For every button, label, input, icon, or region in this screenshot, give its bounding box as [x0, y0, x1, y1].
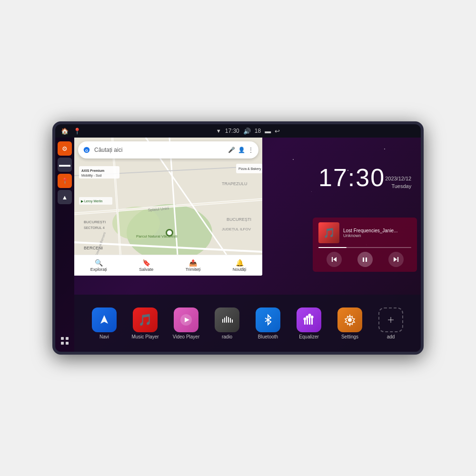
music-progress-bar[interactable]	[318, 247, 411, 248]
svg-rect-42	[366, 258, 367, 262]
music-player-icon: 🎵	[133, 307, 158, 332]
main-area: ⚙ ▬▬ 📍 ▲	[55, 138, 421, 352]
status-bar: 🏠 📍 ▼ 17:30 🔊 18 ▬ ↩	[55, 124, 421, 138]
add-icon	[378, 307, 403, 332]
svg-rect-59	[311, 318, 313, 325]
bluetooth-icon	[256, 307, 280, 332]
clock-display: 17:30	[318, 165, 385, 190]
back-icon[interactable]: ↩	[275, 128, 280, 135]
settings-icon	[337, 307, 362, 332]
progress-fill	[318, 247, 347, 248]
svg-rect-51	[228, 317, 229, 323]
svg-text:AXIS Premium: AXIS Premium	[81, 169, 104, 172]
sidebar-nav-icon[interactable]: ▲	[58, 190, 72, 204]
app-item-equalizer[interactable]: Equalizer	[292, 307, 326, 339]
add-label: add	[387, 334, 395, 339]
voice-search-icon[interactable]: 🎤	[228, 147, 235, 153]
sidebar-folder-icon[interactable]: ▬▬	[58, 158, 72, 172]
saved-icon: 🔖	[142, 259, 150, 267]
radio-label: radio	[222, 334, 232, 339]
music-controls	[318, 252, 411, 267]
maps-icon[interactable]: 📍	[73, 128, 81, 135]
svg-rect-56	[304, 320, 306, 325]
svg-text:JUDEȚUL ILFOV: JUDEȚUL ILFOV	[222, 227, 251, 231]
svg-rect-44	[397, 257, 398, 262]
more-options-icon[interactable]: ⋮	[248, 147, 254, 153]
navi-label: Navi	[99, 334, 109, 339]
svg-marker-39	[333, 257, 337, 262]
volume-level: 18	[255, 128, 261, 134]
status-center: ▼ 17:30 🔊 18 ▬ ↩	[216, 128, 280, 135]
next-button[interactable]	[388, 252, 404, 267]
svg-text:SECTORUL 4: SECTORUL 4	[84, 226, 105, 229]
svg-rect-2	[61, 342, 64, 345]
device-frame: 🏠 📍 ▼ 17:30 🔊 18 ▬ ↩ ⚙	[52, 121, 424, 355]
app-item-video-player[interactable]: Video Player	[169, 307, 203, 339]
google-maps-logo: G	[83, 146, 90, 154]
maps-search-bar[interactable]: G Căutați aici 🎤 👤 ⋮	[78, 141, 258, 159]
app-item-navi[interactable]: Navi	[87, 307, 121, 339]
video-player-icon	[174, 307, 198, 332]
share-icon: 📤	[189, 259, 197, 267]
svg-rect-48	[222, 319, 223, 323]
app-item-music-player[interactable]: 🎵 Music Player	[128, 307, 162, 339]
sidebar-map-icon[interactable]: 📍	[58, 174, 72, 188]
svg-point-23	[167, 230, 172, 235]
day-text: Tuesday	[391, 183, 411, 189]
track-details: Lost Frequencies_Janie... Unknown	[343, 228, 411, 238]
maps-search-placeholder: Căutați aici	[94, 147, 228, 153]
radio-icon	[215, 307, 239, 332]
maps-bottom-nav: 🔍 Explorați 🔖 Salvate 📤 Trimiteți 🔔 Nout…	[74, 255, 262, 276]
prev-button[interactable]	[327, 252, 342, 267]
equalizer-icon	[297, 307, 321, 332]
account-icon[interactable]: 👤	[238, 147, 245, 153]
volume-icon[interactable]: 🔊	[243, 128, 251, 135]
video-player-label: Video Player	[173, 334, 200, 339]
music-player-label: Music Player	[131, 334, 159, 339]
album-art: 🎵	[318, 222, 339, 243]
home-icon[interactable]: 🏠	[61, 128, 69, 135]
sidebar-grid-icon[interactable]	[58, 334, 72, 348]
svg-rect-3	[66, 342, 69, 345]
svg-rect-52	[230, 318, 231, 323]
svg-marker-45	[100, 315, 108, 324]
svg-text:TRAPEZULU: TRAPEZULU	[222, 181, 248, 186]
svg-marker-43	[394, 257, 397, 262]
maps-search-icons: 🎤 👤 ⋮	[228, 147, 254, 153]
svg-rect-1	[66, 337, 69, 340]
svg-rect-53	[232, 319, 233, 323]
svg-text:▶ Leroy Merlin: ▶ Leroy Merlin	[81, 199, 103, 203]
sidebar-settings-icon[interactable]: ⚙	[58, 141, 72, 156]
navi-icon	[92, 307, 117, 332]
maps-nav-updates[interactable]: 🔔 Noutăți	[233, 259, 247, 272]
svg-rect-49	[224, 317, 225, 323]
bluetooth-label: Bluetooth	[258, 334, 278, 339]
right-panel: 17:30 2023/12/12 Tuesday 🎵 Lost Frequ	[309, 138, 421, 276]
svg-rect-41	[363, 258, 364, 262]
signal-icon: ▼	[216, 128, 221, 134]
map-container[interactable]: TRAPEZULU BUCUREȘTI JUDEȚUL ILFOV BUCURE…	[74, 138, 262, 276]
svg-point-64	[348, 318, 352, 322]
pause-button[interactable]	[357, 252, 373, 267]
app-item-radio[interactable]: radio	[210, 307, 244, 339]
music-info: 🎵 Lost Frequencies_Janie... Unknown	[318, 222, 411, 243]
clock-date: 2023/12/12 Tuesday	[385, 175, 411, 190]
settings-label: Settings	[341, 334, 358, 339]
status-left-icons: 🏠 📍	[61, 128, 81, 135]
maps-nav-share[interactable]: 📤 Trimiteți	[186, 259, 201, 272]
maps-nav-explore[interactable]: 🔍 Explorați	[90, 259, 107, 272]
app-item-settings[interactable]: Settings	[333, 307, 367, 339]
app-grid: Navi 🎵 Music Player Video Pla	[74, 295, 421, 352]
date-text: 2023/12/12	[385, 176, 411, 181]
svg-rect-0	[61, 337, 64, 340]
svg-point-63	[311, 316, 314, 318]
updates-icon: 🔔	[236, 259, 244, 267]
share-label: Trimiteți	[186, 267, 201, 272]
app-item-bluetooth[interactable]: Bluetooth	[251, 307, 285, 339]
svg-rect-58	[309, 316, 310, 325]
svg-rect-40	[332, 257, 333, 262]
svg-text:BUCUREȘTI: BUCUREȘTI	[84, 220, 106, 224]
app-item-add[interactable]: add	[374, 307, 408, 339]
maps-nav-saved[interactable]: 🔖 Salvate	[139, 259, 153, 272]
svg-text:Mobility - Sud: Mobility - Sud	[81, 174, 102, 178]
